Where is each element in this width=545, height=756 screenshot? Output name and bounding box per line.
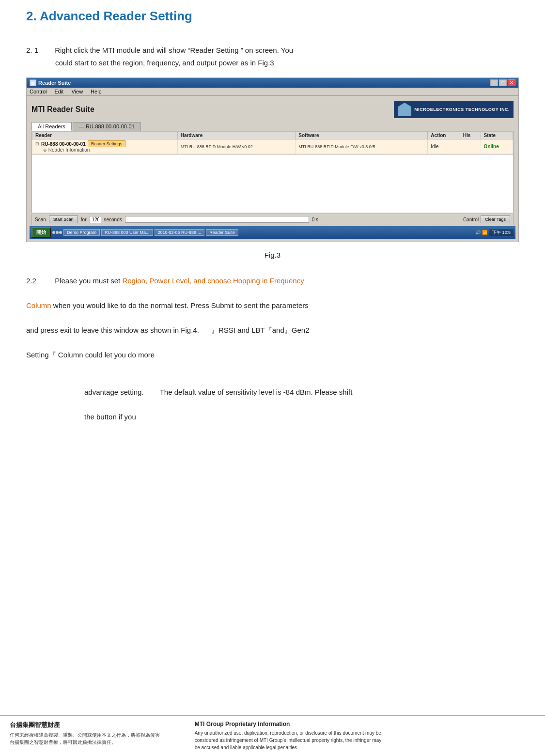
tab-all-readers[interactable]: All Readers — [31, 122, 72, 131]
section-22-text-colored2: Column — [26, 301, 51, 309]
scan-seconds-input[interactable] — [90, 216, 101, 223]
menu-help[interactable]: Help — [91, 89, 102, 94]
window-icon: ▤ — [30, 79, 36, 86]
scan-label: Scan — [35, 217, 46, 222]
hardware-text: MTI RU-888 RFID Module H/W v0.02 — [181, 144, 253, 149]
clear-tags-button[interactable]: Clear Tags — [481, 216, 510, 223]
app-body: MTI Reader Suite MICROELECTRONICS TECHNO… — [27, 96, 518, 242]
taskbar-clock: 下午 12:5 — [489, 229, 514, 236]
section-22-quote1: 』RSSI and LBT『and』Gen2 — [211, 326, 310, 334]
hardware-cell: MTI RU-888 RFID Module H/W v0.02 — [177, 139, 296, 154]
footer-left-title: 台揚集團智慧財產 — [10, 721, 180, 729]
taskbar: 開始 Demo Program RU-888 000 User Ma... 20… — [30, 226, 515, 239]
reader-name-cell: ⊟ RU-888 00-00-00-01 Reader Settings ⊕ R… — [32, 139, 178, 154]
col-reader: Reader — [32, 132, 178, 139]
taskbar-quick-launch — [52, 231, 62, 234]
table-empty-area — [31, 154, 514, 213]
quick-icon-1 — [52, 231, 55, 234]
col-action: Action — [428, 132, 460, 139]
start-scan-button[interactable]: Start Scan — [49, 216, 78, 223]
control-label: Control — [463, 217, 479, 222]
menu-control[interactable]: Control — [30, 89, 47, 94]
taskbar-system-icons: 🔊 📶 下午 12:5 — [475, 229, 514, 236]
quick-icon-3 — [59, 231, 62, 234]
scan-right: Control Clear Tags — [463, 216, 510, 223]
scan-seconds-unit: seconds — [104, 217, 122, 222]
col-hardware: Hardware — [177, 132, 296, 139]
window-title-text: Reader Suite — [38, 80, 71, 86]
status-badge: Online — [484, 144, 499, 149]
start-button[interactable]: 開始 — [31, 227, 51, 238]
section-21-text1: Right click the MTI module and will show… — [55, 46, 293, 54]
col-his: His — [460, 132, 481, 139]
software-cell: MTI RU-888 RFID Module F/W v0.3.0/5-... — [296, 139, 428, 154]
system-tray: 🔊 📶 — [475, 230, 487, 235]
reader-table-area: Reader Hardware Software Action His Stat… — [31, 131, 514, 154]
footer-left: 台揚集團智慧財產 任何未經授權違章複製、重製、公開或使用本文之行為，將被視為侵害… — [10, 721, 180, 746]
section-num-21: 2. 1 — [26, 44, 53, 57]
scan-left: Scan Start Scan for seconds 0 s — [35, 216, 318, 223]
maximize-button[interactable]: □ — [499, 79, 507, 86]
footer-right-line3: be accused and liable applicable legal p… — [195, 744, 535, 751]
taskbar-item-demo[interactable]: Demo Program — [63, 229, 100, 236]
window-title-left: ▤ Reader Suite — [30, 79, 71, 86]
col-software: Software — [296, 132, 428, 139]
footer-right: MTI Group Proprietary Information Any un… — [180, 721, 535, 751]
section-21-text2: could start to set the region, frequency… — [26, 57, 519, 69]
section-22-text-after4: advantage setting. — [26, 388, 144, 396]
tab-ru888[interactable]: — RU-888 00-00-00-01 — [73, 122, 141, 131]
tree-item: ⊕ Reader Information — [35, 147, 174, 153]
app-brand: MTI Reader Suite — [31, 105, 94, 114]
window-titlebar: ▤ Reader Suite − □ ✕ — [27, 78, 518, 88]
section-2-2-para: 2.2 Please you must set Region, Power Le… — [26, 275, 519, 423]
reader-table: Reader Hardware Software Action His Stat… — [32, 131, 513, 154]
footer: 台揚集團智慧財產 任何未經授權違章複製、重製、公開或使用本文之行為，將被視為侵害… — [0, 715, 545, 756]
his-cell — [460, 139, 481, 154]
section-22-text-after1: when you would like to do the normal tes… — [51, 301, 309, 309]
close-button[interactable]: ✕ — [508, 79, 515, 86]
window-controls[interactable]: − □ ✕ — [490, 79, 515, 86]
scan-for-label: for — [81, 217, 87, 222]
quick-icon-2 — [56, 231, 59, 234]
section-22-text-after3: Setting『 Column could let you do more — [26, 351, 155, 359]
footer-right-line1: Any unauthorized use, duplication, repro… — [195, 729, 535, 737]
action-cell: Idle — [428, 139, 460, 154]
taskbar-item-reader-suite[interactable]: Reader Suite — [206, 229, 238, 236]
section-22-text-after5: The default value of sensitivity level i… — [160, 388, 353, 396]
table-row: ⊟ RU-888 00-00-00-01 Reader Settings ⊕ R… — [32, 139, 513, 154]
scan-bar: Scan Start Scan for seconds 0 s Control … — [31, 214, 514, 225]
col-state: State — [481, 132, 513, 139]
scan-timer: 0 s — [312, 217, 318, 222]
fig-caption: Fig.3 — [0, 251, 545, 259]
page-title: 2. Advanced Reader Setting — [0, 0, 545, 29]
software-text: MTI RU-888 RFID Module F/W v0.3.0/5-... — [298, 144, 380, 149]
screenshot-window: ▤ Reader Suite − □ ✕ Control Edit View H… — [26, 77, 519, 242]
section-22-text-before: Please you must set — [55, 277, 122, 285]
section-22-text-after6: the button if you — [26, 413, 136, 421]
app-header: MTI Reader Suite MICROELECTRONICS TECHNO… — [30, 99, 515, 121]
logo-text: MICROELECTRONICS TECHNOLOGY INC. — [414, 107, 510, 112]
section-num-22: 2.2 — [26, 275, 53, 287]
reader-name: RU-888 00-00-00-01 — [41, 141, 86, 147]
state-cell: Online — [481, 139, 513, 154]
menu-edit[interactable]: Edit — [54, 89, 63, 94]
section-22-text-colored: Region, Power Level, and choose Hopping … — [122, 277, 304, 285]
menu-view[interactable]: View — [71, 89, 83, 94]
section-2-1-para: 2. 1 Right click the MTI module and will… — [26, 44, 519, 69]
footer-left-line1: 任何未經授權違章複製、重製、公開或使用本文之行為，將被視為侵害 — [10, 731, 180, 739]
taskbar-item-doc[interactable]: 2010-02-06 RU-888 ... — [155, 229, 205, 236]
taskbar-item-user-manual[interactable]: RU-888 000 User Ma... — [101, 229, 153, 236]
section-22-text-after2: and press exit to leave this window as s… — [26, 326, 199, 334]
popup-label[interactable]: Reader Settings — [88, 140, 126, 147]
reader-tabs: All Readers — RU-888 00-00-00-01 — [30, 121, 515, 131]
minimize-button[interactable]: − — [490, 79, 498, 86]
footer-right-line2: considered as infringement of MTI Group’… — [195, 737, 535, 744]
scan-progress-bar — [125, 216, 309, 223]
footer-right-title: MTI Group Proprietary Information — [195, 721, 535, 727]
logo-icon — [398, 103, 411, 116]
menu-bar: Control Edit View Help — [27, 88, 518, 96]
logo-box: MICROELECTRONICS TECHNOLOGY INC. — [394, 101, 514, 118]
footer-left-line2: 台揚集團之智慧財產權，將可因此負擔法律責任。 — [10, 739, 180, 746]
